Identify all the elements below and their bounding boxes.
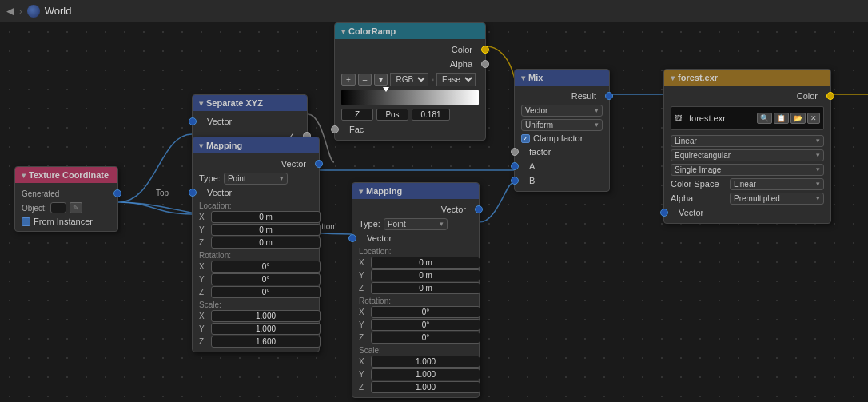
fac-in-socket[interactable] [331, 125, 339, 133]
mapping-bottom-body: Vector Type: Point Vector Location: X [352, 199, 479, 397]
color-space-dropdown[interactable]: Linear [730, 178, 824, 190]
equirect-dropdown[interactable]: Equirectangular [671, 149, 824, 161]
vector-type-label: Vector [525, 106, 547, 115]
b-row: B [515, 173, 609, 188]
texture-coordinate-title: Texture Coordinate [29, 170, 109, 180]
pos-row: Z Pos [335, 107, 485, 122]
rot-z-input-b[interactable] [371, 332, 480, 344]
vector-in-socket[interactable] [189, 189, 197, 197]
scale-y-input-b[interactable] [371, 368, 480, 380]
result-socket[interactable] [605, 92, 613, 100]
rot-x-row-b: X [359, 306, 472, 318]
open-image-button[interactable]: 📂 [790, 113, 806, 124]
back-icon[interactable]: ◀ [6, 5, 14, 17]
type-dropdown-b[interactable]: Point [384, 218, 448, 230]
uniform-dropdown[interactable]: Uniform [521, 119, 603, 131]
rot-z-label: Z [199, 288, 209, 297]
type-dropdown[interactable]: Point [224, 173, 288, 185]
scale-x-input-b[interactable] [371, 356, 480, 368]
texture-coordinate-header[interactable]: ▾ Texture Coordinate [15, 167, 117, 183]
scale-y-input[interactable] [211, 323, 321, 335]
loc-z-input-b[interactable] [371, 282, 480, 294]
add-stop-button[interactable]: + [341, 74, 356, 86]
vector-out-socket-b[interactable] [475, 205, 483, 213]
from-instancer-checkbox[interactable] [22, 217, 30, 226]
linear-row: Linear [664, 133, 830, 148]
location-label-b: Location: [352, 245, 479, 256]
color-space-value: Linear [734, 180, 756, 189]
mapping-top-node: ▾ Mapping Vector Type: Point Vector Loca… [192, 137, 320, 352]
vector-in-socket[interactable] [189, 117, 197, 125]
mix-header[interactable]: ▾ Mix [515, 70, 609, 86]
object-row: Object: ✎ [15, 201, 117, 215]
gradient-bar[interactable] [341, 90, 479, 105]
type-row: Type: Point [193, 171, 319, 185]
rot-y-input[interactable] [211, 273, 321, 285]
node-editor-canvas[interactable]: Top Bottom ▾ Texture Coordinate Generate… [0, 22, 868, 402]
expand-button[interactable]: ▾ [374, 74, 388, 86]
vector-in-row: Vector [193, 185, 319, 200]
type-value-b: Point [388, 220, 406, 229]
alpha-out-socket[interactable] [481, 60, 489, 68]
vector-in-socket-f[interactable] [660, 209, 668, 217]
browse-image-button[interactable]: 🔍 [757, 113, 772, 124]
pos-value-input[interactable] [412, 109, 450, 121]
generated-socket[interactable] [113, 189, 121, 197]
vector-in-label-b: Vector [367, 233, 392, 243]
colorramp-node: ▾ ColorRamp Color Alpha + – ▾ RGB ▪ [334, 22, 486, 141]
factor-label: factor [529, 147, 551, 157]
gradient-marker[interactable] [383, 87, 389, 92]
image-preview[interactable]: 🖼 forest.exr 🔍 📋 📂 ✕ [671, 106, 824, 130]
collapse-arrow: ▾ [341, 27, 345, 36]
a-label: A [529, 161, 535, 171]
single-image-dropdown[interactable]: Single Image [671, 164, 824, 176]
close-image-button[interactable]: ✕ [807, 113, 820, 124]
mapping-top-header[interactable]: ▾ Mapping [193, 137, 319, 153]
scale-x-row: X [199, 310, 313, 322]
rot-z-input[interactable] [211, 286, 321, 298]
a-row: A [515, 159, 609, 173]
clamp-checkbox[interactable]: ✓ [521, 134, 530, 143]
object-field[interactable] [50, 202, 66, 213]
scale-x-input[interactable] [211, 310, 321, 322]
vector-out-socket[interactable] [315, 160, 323, 168]
loc-z-input[interactable] [211, 237, 321, 249]
copy-image-button[interactable]: 📋 [774, 113, 789, 124]
rot-x-input[interactable] [211, 261, 321, 273]
scale-z-input-b[interactable] [371, 381, 480, 393]
colorramp-header[interactable]: ▾ ColorRamp [335, 23, 485, 39]
loc-x-input-b[interactable] [371, 257, 480, 269]
vector-type-dropdown[interactable]: Vector [521, 105, 603, 117]
loc-y-input-b[interactable] [371, 269, 480, 281]
b-socket[interactable] [511, 177, 519, 185]
rgb-select[interactable]: RGB [390, 73, 428, 86]
loc-y-input[interactable] [211, 224, 321, 236]
rot-x-row: X [199, 261, 313, 273]
factor-row: factor [515, 145, 609, 159]
colorramp-title: ColorRamp [348, 26, 396, 36]
linear-dropdown[interactable]: Linear [671, 135, 824, 147]
alpha-dropdown[interactable]: Premultiplied [730, 193, 824, 205]
uniform-label: Uniform [525, 121, 553, 129]
remove-stop-button[interactable]: – [358, 74, 372, 86]
color-space-label: Color Space [671, 179, 727, 189]
factor-socket[interactable] [511, 148, 519, 156]
object-edit-button[interactable]: ✎ [70, 202, 82, 213]
collapse-arrow: ▾ [359, 187, 363, 196]
forest-exr-header[interactable]: ▾ forest.exr [664, 70, 830, 86]
vector-in-socket-b[interactable] [348, 234, 356, 242]
rot-y-input-b[interactable] [371, 319, 480, 331]
mapping-bottom-header[interactable]: ▾ Mapping [352, 183, 479, 199]
color-out-socket[interactable] [481, 46, 489, 54]
a-socket[interactable] [511, 162, 519, 170]
loc-x-input[interactable] [211, 211, 321, 223]
rot-x-input-b[interactable] [371, 306, 480, 318]
rot-z-row-b: Z [359, 332, 472, 344]
scale-z-input[interactable] [211, 336, 321, 348]
color-out-socket[interactable] [826, 92, 834, 100]
top-label: Top [156, 189, 169, 197]
location-label: Location: [193, 200, 319, 210]
separate-xyz-header[interactable]: ▾ Separate XYZ [193, 95, 307, 111]
result-label: Result [571, 91, 596, 101]
interpolation-select[interactable]: Ease [436, 73, 476, 86]
